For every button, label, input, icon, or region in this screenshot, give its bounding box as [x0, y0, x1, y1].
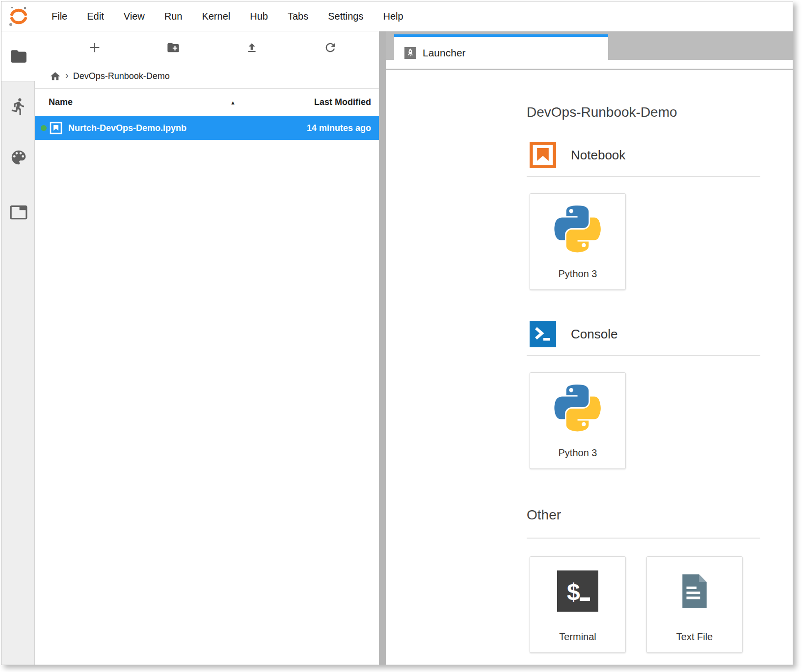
tab-bar-rule: [386, 69, 793, 70]
running-sessions-tab-runner-icon[interactable]: [9, 97, 28, 116]
card-label: Python 3: [559, 268, 597, 280]
breadcrumb: › DevOps-Runbook-Demo: [35, 64, 379, 88]
kernel-running-dot: [41, 125, 47, 131]
section-label-other: Other: [527, 507, 760, 523]
terminal-icon: $: [557, 570, 598, 612]
sidebar-background: [1, 81, 35, 665]
refresh-icon[interactable]: [323, 41, 337, 54]
launcher-cwd-title: DevOps-Runbook-Demo: [527, 104, 760, 120]
jupyterlab-window: File Edit View Run Kernel Hub Tabs Setti…: [1, 1, 793, 665]
file-row-selected[interactable]: Nurtch-DevOps-Demo.ipynb 14 minutes ago: [35, 116, 379, 140]
menu-file[interactable]: File: [42, 11, 77, 22]
tab-launcher-label: Launcher: [423, 47, 466, 59]
python-logo: [554, 385, 601, 432]
dock-tab-bar: Launcher: [386, 31, 793, 70]
python-logo: [554, 206, 601, 253]
column-header-last-modified[interactable]: Last Modified: [255, 89, 379, 116]
breadcrumb-current-folder[interactable]: DevOps-Runbook-Demo: [73, 71, 170, 81]
section-label-notebook: Notebook: [571, 148, 625, 163]
launcher-section-notebook: Notebook: [527, 142, 760, 168]
open-tabs-tab-window-icon[interactable]: [9, 203, 28, 222]
menu-edit[interactable]: Edit: [77, 11, 113, 22]
launcher-panel: DevOps-Runbook-Demo Notebook: [386, 70, 793, 665]
launcher-card-console-python3[interactable]: Python 3: [530, 372, 626, 469]
text-file-icon: [680, 574, 709, 608]
menu-run[interactable]: Run: [155, 11, 192, 22]
launcher-rocket-icon: [404, 47, 416, 59]
file-browser-toolbar: [35, 31, 379, 64]
menu-hub[interactable]: Hub: [240, 11, 278, 22]
jupyterhub-logo-icon: [6, 4, 31, 28]
breadcrumb-separator: ›: [65, 70, 69, 81]
home-icon[interactable]: [50, 71, 61, 82]
card-label: Text File: [676, 631, 713, 643]
menu-tabs[interactable]: Tabs: [278, 11, 318, 22]
svg-text:$: $: [567, 579, 580, 605]
file-name: Nurtch-DevOps-Demo.ipynb: [68, 123, 261, 133]
main-dock-area: Launcher DevOps-Runbook-Demo Notebook: [386, 31, 793, 665]
console-icon: [530, 321, 556, 347]
launcher-section-console: Console: [527, 321, 760, 347]
file-browser-tab-folder-icon[interactable]: [9, 47, 28, 66]
menu-bar: File Edit View Run Kernel Hub Tabs Setti…: [1, 1, 793, 31]
notebook-icon: [530, 142, 556, 168]
launcher-card-notebook-python3[interactable]: Python 3: [530, 193, 626, 290]
panel-splitter-handle[interactable]: [379, 31, 386, 665]
card-label: Python 3: [559, 447, 597, 459]
menu-items: File Edit View Run Kernel Hub Tabs Setti…: [42, 11, 413, 22]
section-divider: [527, 176, 760, 177]
sort-ascending-icon: ▲: [230, 100, 236, 105]
launcher-card-terminal[interactable]: $ Terminal: [530, 556, 626, 653]
card-label: Terminal: [559, 631, 596, 643]
menu-help[interactable]: Help: [373, 11, 413, 22]
activity-sidebar: [1, 31, 35, 665]
new-folder-icon[interactable]: [166, 41, 180, 54]
tab-launcher[interactable]: Launcher: [394, 34, 608, 69]
upload-icon[interactable]: [245, 41, 259, 54]
menu-view[interactable]: View: [114, 11, 155, 22]
column-header-name[interactable]: Name ▲: [35, 97, 255, 107]
notebook-file-icon: [50, 122, 62, 134]
file-last-modified: 14 minutes ago: [261, 123, 379, 133]
section-divider: [527, 538, 760, 539]
launcher-card-text-file[interactable]: Text File: [646, 556, 743, 653]
command-palette-tab-palette-icon[interactable]: [9, 148, 28, 167]
file-list-header: Name ▲ Last Modified: [35, 88, 379, 116]
menu-settings[interactable]: Settings: [318, 11, 373, 22]
section-label-console: Console: [571, 327, 617, 342]
section-divider: [527, 355, 760, 356]
new-launcher-plus-icon[interactable]: [88, 41, 102, 54]
file-browser-panel: › DevOps-Runbook-Demo Name ▲ Last Modifi…: [35, 31, 379, 665]
menu-kernel[interactable]: Kernel: [192, 11, 240, 22]
